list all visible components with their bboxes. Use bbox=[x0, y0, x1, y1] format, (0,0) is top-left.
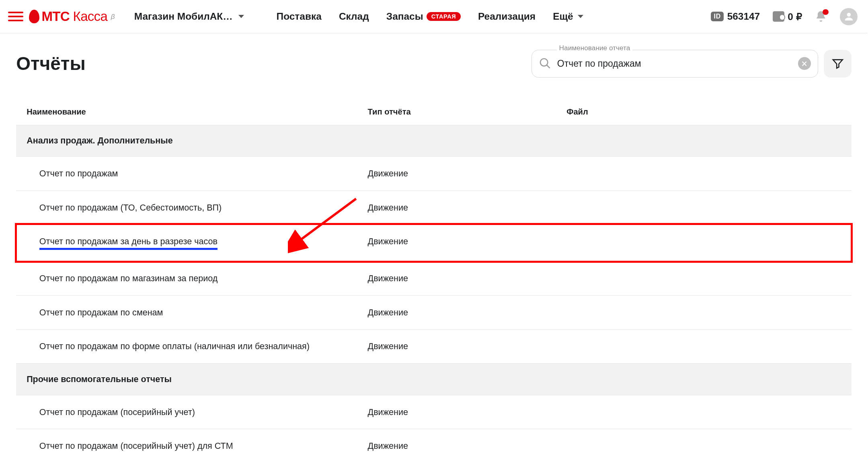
cell-name: Отчет по продажам за день в разрезе часо… bbox=[39, 236, 368, 250]
brand-logo[interactable]: МТС Касса β bbox=[29, 9, 115, 24]
close-icon bbox=[801, 60, 808, 67]
table-row[interactable]: Отчет по продажам (ТО, Себестоимость, ВП… bbox=[16, 190, 852, 225]
col-header-file: Файл bbox=[566, 107, 841, 117]
cell-type: Движение bbox=[368, 407, 567, 417]
brand-secondary: Касса bbox=[73, 9, 108, 24]
cell-type: Движение bbox=[368, 236, 567, 250]
topbar: МТС Касса β Магазин МобилАК… Поставка Ск… bbox=[0, 0, 868, 33]
brand-beta: β bbox=[111, 12, 115, 21]
avatar[interactable] bbox=[840, 8, 857, 25]
store-selector[interactable]: Магазин МобилАК… bbox=[134, 11, 244, 22]
table-header: Наименование Тип отчёта Файл bbox=[16, 99, 852, 125]
cell-file bbox=[566, 341, 841, 352]
svg-point-0 bbox=[540, 59, 548, 66]
nav-more-label: Ещё bbox=[553, 11, 573, 22]
table-row[interactable]: Отчет по продажам (посерийный учет)Движе… bbox=[16, 395, 852, 429]
cell-file bbox=[566, 307, 841, 318]
table-row[interactable]: Отчет по продажам по сменамДвижение bbox=[16, 295, 852, 329]
cell-name: Отчет по продажам по сменам bbox=[39, 307, 368, 318]
cell-name: Отчет по продажам по форме оплаты (налич… bbox=[39, 341, 368, 352]
col-header-name: Наименование bbox=[27, 107, 367, 117]
search-label: Наименование отчета bbox=[557, 44, 632, 52]
col-header-type: Тип отчёта bbox=[368, 107, 567, 117]
nav-warehouse[interactable]: Склад bbox=[339, 11, 369, 22]
cell-name: Отчет по продажам bbox=[39, 168, 368, 179]
clear-search-button[interactable] bbox=[798, 57, 811, 70]
cell-name: Отчет по продажам (ТО, Себестоимость, ВП… bbox=[39, 202, 368, 213]
cell-name: Отчет по продажам (посерийный учет) bbox=[39, 407, 368, 417]
cell-file bbox=[566, 168, 841, 179]
cell-type: Движение bbox=[368, 168, 567, 179]
cell-file bbox=[566, 236, 841, 250]
filter-button[interactable] bbox=[824, 50, 852, 78]
old-badge: СТАРАЯ bbox=[427, 12, 461, 21]
table-row[interactable]: Отчет по продажам за день в разрезе часо… bbox=[16, 224, 852, 261]
store-name: Магазин МобилАК… bbox=[134, 11, 233, 22]
main-nav: Поставка Склад Запасы СТАРАЯ Реализация … bbox=[277, 11, 584, 22]
page-content: Отчёты Наименование отчета Наименование bbox=[0, 33, 868, 452]
table-row[interactable]: Отчет по продажамДвижение bbox=[16, 156, 852, 190]
cell-file bbox=[566, 441, 841, 451]
mts-egg-icon bbox=[29, 10, 39, 24]
hamburger-menu-icon[interactable] bbox=[8, 9, 23, 24]
search-input[interactable] bbox=[557, 58, 792, 69]
cell-type: Движение bbox=[368, 273, 567, 284]
wallet-icon bbox=[773, 11, 784, 22]
nav-stock-label: Запасы bbox=[386, 11, 423, 22]
balance-value: 0 ₽ bbox=[788, 11, 802, 22]
table-section-header: Анализ продаж. Дополнительные bbox=[16, 125, 852, 157]
table-row[interactable]: Отчет по продажам (посерийный учет) для … bbox=[16, 429, 852, 452]
balance[interactable]: 0 ₽ bbox=[773, 11, 802, 22]
search-icon bbox=[539, 57, 552, 70]
nav-stock[interactable]: Запасы СТАРАЯ bbox=[386, 11, 461, 22]
chevron-down-icon bbox=[238, 15, 244, 18]
cell-name: Отчет по продажам по магазинам за период bbox=[39, 273, 368, 284]
brand-primary: МТС bbox=[42, 9, 70, 24]
chevron-down-icon bbox=[578, 15, 583, 18]
reports-table: Наименование Тип отчёта Файл Анализ прод… bbox=[16, 99, 852, 452]
cell-name: Отчет по продажам (посерийный учет) для … bbox=[39, 441, 368, 451]
nav-more[interactable]: Ещё bbox=[553, 11, 583, 22]
cell-file bbox=[566, 407, 841, 417]
notification-dot-icon bbox=[823, 9, 828, 15]
cell-type: Движение bbox=[368, 202, 567, 213]
cell-file bbox=[566, 273, 841, 284]
cell-type: Движение bbox=[368, 341, 567, 352]
id-value: 563147 bbox=[727, 11, 760, 22]
id-badge-icon: ID bbox=[711, 12, 724, 21]
notifications-button[interactable] bbox=[815, 10, 827, 23]
table-row[interactable]: Отчет по продажам по магазинам за период… bbox=[16, 262, 852, 296]
cell-file bbox=[566, 202, 841, 213]
filter-icon bbox=[831, 57, 844, 70]
cell-type: Движение bbox=[368, 307, 567, 318]
table-row[interactable]: Отчет по продажам по форме оплаты (налич… bbox=[16, 329, 852, 364]
user-icon bbox=[843, 11, 855, 22]
nav-supply[interactable]: Поставка bbox=[277, 11, 322, 22]
account-id[interactable]: ID 563147 bbox=[711, 11, 760, 22]
search-box bbox=[531, 50, 818, 78]
page-title: Отчёты bbox=[16, 53, 531, 74]
search-wrap: Наименование отчета bbox=[531, 50, 818, 78]
cell-type: Движение bbox=[368, 441, 567, 451]
svg-line-1 bbox=[547, 65, 550, 68]
table-section-header: Прочие вспомогательные отчеты bbox=[16, 363, 852, 395]
nav-sales[interactable]: Реализация bbox=[478, 11, 536, 22]
